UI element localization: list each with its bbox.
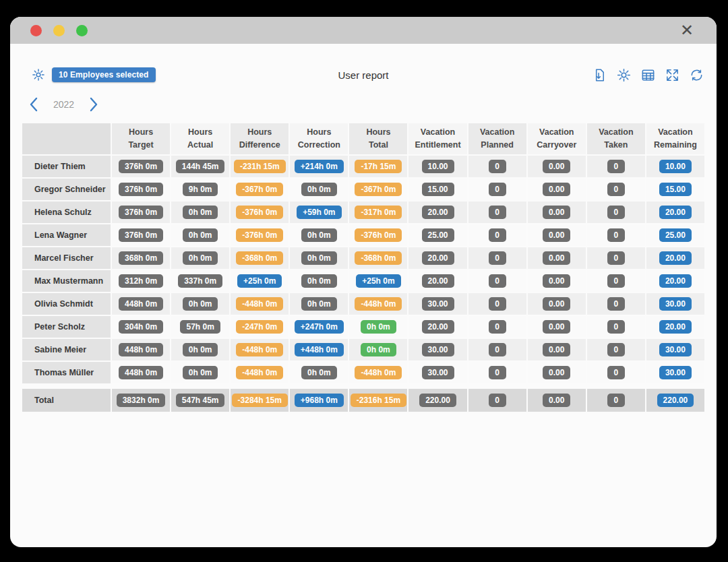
report-action-icons: [591, 67, 704, 83]
table-cell: +448h 0m: [290, 339, 348, 361]
value-badge: -247h 0m: [236, 320, 283, 334]
row-name-cell: Dieter Thiem: [22, 156, 111, 177]
row-name-cell: Olivia Schmidt: [22, 293, 111, 315]
value-badge: 20.00: [422, 251, 454, 265]
value-badge: -367h 0m: [236, 183, 283, 196]
value-badge: 0h 0m: [361, 343, 396, 356]
value-badge: 0h 0m: [183, 251, 218, 265]
table-cell: 0: [587, 224, 645, 246]
fullscreen-icon[interactable]: [664, 67, 680, 83]
table-cell: 376h 0m: [112, 224, 170, 246]
total-value-cell: 0: [468, 389, 526, 412]
table-cell: -17h 15m: [349, 156, 407, 177]
table-cell: 448h 0m: [112, 339, 170, 361]
value-badge: 0: [607, 228, 625, 242]
value-badge: 448h 0m: [119, 343, 163, 356]
value-badge: 0: [489, 251, 506, 265]
value-badge: 0: [607, 183, 625, 196]
close-icon[interactable]: ✕: [677, 22, 696, 38]
table-cell: 0h 0m: [349, 339, 407, 361]
table-cell: 57h 0m: [171, 316, 229, 338]
row-name-cell: Marcel Fischer: [22, 247, 111, 269]
value-badge: -448h 0m: [236, 366, 283, 379]
value-badge: 20.00: [659, 274, 692, 288]
table-cell: 144h 45m: [171, 156, 229, 177]
value-badge: 30.00: [422, 366, 454, 379]
table-cell: 20.00: [646, 270, 704, 292]
previous-year-chevron-icon[interactable]: [26, 96, 41, 113]
table-cell: 376h 0m: [112, 156, 170, 177]
table-cell: -448h 0m: [231, 362, 289, 383]
value-badge: 0: [489, 160, 506, 173]
value-badge: 57h 0m: [180, 320, 220, 334]
total-value-cell: 547h 45m: [171, 389, 229, 412]
table-cell: 0: [587, 156, 645, 177]
app-window: ✕ User report 10 Employees selected: [10, 17, 717, 547]
value-badge: 0.00: [543, 183, 570, 196]
row-name-cell: Peter Scholz: [22, 316, 111, 338]
value-badge: 0.00: [543, 320, 570, 334]
value-badge: -368h 0m: [236, 251, 283, 265]
table-cell: 30.00: [408, 293, 466, 315]
table-cell: 0h 0m: [349, 316, 407, 338]
table-cell: 0h 0m: [171, 224, 229, 246]
settings-gear-icon[interactable]: [615, 67, 632, 83]
row-name-cell: Helena Schulz: [22, 201, 111, 223]
table-cell: 0: [468, 247, 526, 269]
value-badge: 0.00: [543, 206, 570, 219]
table-cell: 376h 0m: [112, 201, 170, 223]
value-badge: 368h 0m: [119, 251, 163, 265]
value-badge: 10.00: [659, 160, 692, 173]
table-cell: 20.00: [646, 247, 704, 269]
window-titlebar: ✕: [10, 17, 717, 44]
value-badge: 0: [489, 274, 506, 288]
value-badge: -376h 0m: [236, 206, 283, 219]
value-badge: +59h 0m: [297, 206, 341, 219]
table-cell: 368h 0m: [112, 247, 170, 269]
value-badge: 0h 0m: [301, 366, 337, 379]
value-badge: 0h 0m: [301, 183, 337, 196]
value-badge: 15.00: [659, 183, 692, 196]
value-badge: 0: [607, 251, 625, 265]
traffic-lights: [30, 25, 88, 36]
close-traffic-icon[interactable]: [30, 25, 42, 36]
column-header-difference: HoursDifference: [231, 123, 289, 154]
row-name-cell: Lena Wagner: [22, 224, 111, 246]
table-cell: 448h 0m: [112, 362, 170, 383]
table-cell: 9h 0m: [171, 179, 229, 200]
refresh-icon[interactable]: [688, 67, 704, 83]
table-cell: +247h 0m: [290, 316, 348, 338]
value-badge: 0: [489, 183, 506, 196]
value-badge: -376h 0m: [236, 228, 283, 242]
value-badge: 0h 0m: [301, 297, 337, 311]
table-cell: -448h 0m: [231, 293, 289, 315]
value-badge: -317h 0m: [355, 206, 402, 219]
minimize-traffic-icon[interactable]: [53, 25, 65, 36]
value-badge: 20.00: [659, 206, 692, 219]
table-cell: 15.00: [646, 179, 704, 200]
export-document-icon[interactable]: [591, 67, 607, 83]
total-row: Total3832h 0m547h 45m-3284h 15m+968h 0m-…: [22, 389, 704, 412]
value-badge: 0: [607, 297, 625, 311]
table-cell: +59h 0m: [290, 201, 348, 223]
value-badge: -448h 0m: [355, 366, 402, 379]
value-badge: 30.00: [422, 343, 454, 356]
total-value-cell: 0: [587, 389, 645, 412]
table-cell: -367h 0m: [231, 179, 289, 200]
value-badge: 0: [607, 274, 625, 288]
next-year-chevron-icon[interactable]: [86, 96, 101, 113]
table-cell: 0.00: [528, 362, 586, 383]
value-badge: 0h 0m: [361, 320, 396, 334]
value-badge: +25h 0m: [237, 274, 282, 288]
maximize-traffic-icon[interactable]: [76, 25, 88, 36]
table-cell: 0h 0m: [171, 293, 229, 315]
value-badge: 304h 0m: [119, 320, 163, 334]
total-value-cell: -2316h 15m: [349, 389, 407, 412]
column-header-entitlement: VacationEntitlement: [408, 123, 466, 154]
value-badge: 20.00: [659, 251, 692, 265]
table-cell: 0.00: [528, 270, 586, 292]
table-icon[interactable]: [640, 67, 656, 83]
value-badge: -448h 0m: [236, 343, 283, 356]
table-cell: 0: [587, 201, 645, 223]
value-badge: -368h 0m: [355, 251, 402, 265]
